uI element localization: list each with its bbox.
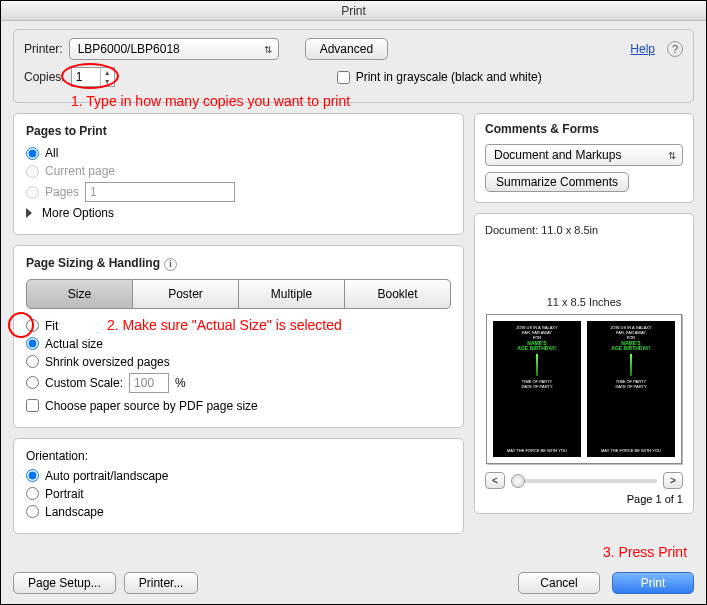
grayscale-check-row[interactable]: Print in grayscale (black and white): [337, 70, 542, 84]
orient-auto-row[interactable]: Auto portrait/landscape: [26, 469, 451, 483]
seg-size[interactable]: Size: [26, 279, 133, 309]
preview-caption: 11 x 8.5 Inches: [485, 296, 683, 308]
fit-radio[interactable]: [26, 319, 39, 332]
cancel-button[interactable]: Cancel: [518, 572, 600, 594]
advanced-button[interactable]: Advanced: [305, 38, 388, 60]
sizing-heading: Page Sizing & Handlingi: [26, 256, 451, 271]
pages-all-row[interactable]: All: [26, 146, 451, 160]
step-up-icon[interactable]: ▲: [101, 68, 114, 77]
info-icon[interactable]: i: [164, 258, 177, 271]
lightsaber-icon: [536, 354, 538, 376]
copies-stepper[interactable]: ▲▼: [71, 67, 115, 87]
fit-row[interactable]: Fit: [26, 319, 451, 333]
printer-label: Printer:: [24, 42, 63, 56]
actual-size-radio[interactable]: [26, 337, 39, 350]
shrink-radio[interactable]: [26, 355, 39, 368]
comments-select[interactable]: Document and Markups ⇅: [485, 144, 683, 166]
orient-portrait-radio[interactable]: [26, 487, 39, 500]
orientation-panel: Orientation: Auto portrait/landscape Por…: [13, 438, 464, 534]
seg-multiple[interactable]: Multiple: [239, 279, 345, 309]
pages-range-row[interactable]: Pages: [26, 182, 451, 202]
preview-thumb-right: JOIN US IN A GALAXYFAR, FAR AWAYFOR NAME…: [587, 321, 675, 457]
choose-paper-row[interactable]: Choose paper source by PDF page size: [26, 399, 451, 413]
orient-landscape-row[interactable]: Landscape: [26, 505, 451, 519]
orient-auto-radio[interactable]: [26, 469, 39, 482]
preview-page: JOIN US IN A GALAXYFAR, FAR AWAYFOR NAME…: [486, 314, 682, 464]
pages-to-print-panel: Pages to Print All Current page Pages: [13, 113, 464, 235]
pages-current-row[interactable]: Current page: [26, 164, 451, 178]
disclosure-triangle-icon: [26, 208, 32, 218]
orientation-heading: Orientation:: [26, 449, 451, 463]
step-down-icon[interactable]: ▼: [101, 77, 114, 86]
preview-slider[interactable]: [511, 479, 657, 483]
printer-select[interactable]: LBP6000/LBP6018 ⇅: [69, 38, 279, 60]
page-setup-button[interactable]: Page Setup...: [13, 572, 116, 594]
pages-current-radio: [26, 165, 39, 178]
page-indicator: Page 1 of 1: [485, 493, 683, 505]
prev-page-button[interactable]: <: [485, 472, 505, 489]
print-dialog: Print Printer: LBP6000/LBP6018 ⇅ Advance…: [0, 0, 707, 605]
seg-booklet[interactable]: Booklet: [345, 279, 451, 309]
window-title: Print: [1, 1, 706, 21]
custom-scale-row[interactable]: Custom Scale: %: [26, 373, 451, 393]
custom-scale-input[interactable]: [129, 373, 169, 393]
grayscale-checkbox[interactable]: [337, 71, 350, 84]
preview-thumb-left: JOIN US IN A GALAXYFAR, FAR AWAYFOR NAME…: [493, 321, 581, 457]
preview-panel: Document: 11.0 x 8.5in 11 x 8.5 Inches J…: [474, 213, 694, 514]
seg-poster[interactable]: Poster: [133, 279, 239, 309]
copies-input[interactable]: [72, 68, 100, 86]
slider-thumb[interactable]: [511, 474, 525, 488]
comments-panel: Comments & Forms Document and Markups ⇅ …: [474, 113, 694, 203]
preview-nav: < >: [485, 472, 683, 489]
copies-label: Copies:: [24, 70, 65, 84]
pages-range-radio: [26, 186, 39, 199]
comments-heading: Comments & Forms: [485, 122, 683, 136]
orient-portrait-row[interactable]: Portrait: [26, 487, 451, 501]
summarize-button[interactable]: Summarize Comments: [485, 172, 629, 192]
shrink-row[interactable]: Shrink oversized pages: [26, 355, 451, 369]
help-icon[interactable]: ?: [667, 41, 683, 57]
dialog-footer: Page Setup... Printer... Cancel Print: [13, 572, 694, 594]
lightsaber-icon: [630, 354, 632, 376]
printer-select-value: LBP6000/LBP6018: [78, 42, 180, 56]
sizing-panel: Page Sizing & Handlingi Size Poster Mult…: [13, 245, 464, 428]
pages-heading: Pages to Print: [26, 124, 451, 138]
more-options-toggle[interactable]: More Options: [26, 206, 451, 220]
grayscale-label: Print in grayscale (black and white): [356, 70, 542, 84]
sizing-segmented: Size Poster Multiple Booklet: [26, 279, 451, 309]
pages-range-input[interactable]: [85, 182, 235, 202]
print-top-panel: Printer: LBP6000/LBP6018 ⇅ Advanced Help…: [13, 29, 694, 103]
printer-button[interactable]: Printer...: [124, 572, 199, 594]
help-link[interactable]: Help: [630, 42, 655, 56]
chevron-updown-icon: ⇅: [668, 150, 676, 161]
print-button[interactable]: Print: [612, 572, 694, 594]
chevron-updown-icon: ⇅: [264, 44, 272, 55]
choose-paper-checkbox[interactable]: [26, 399, 39, 412]
doc-dims: Document: 11.0 x 8.5in: [485, 224, 683, 236]
actual-size-row[interactable]: Actual size: [26, 337, 451, 351]
orient-landscape-radio[interactable]: [26, 505, 39, 518]
custom-scale-radio[interactable]: [26, 376, 39, 389]
pages-all-radio[interactable]: [26, 147, 39, 160]
next-page-button[interactable]: >: [663, 472, 683, 489]
